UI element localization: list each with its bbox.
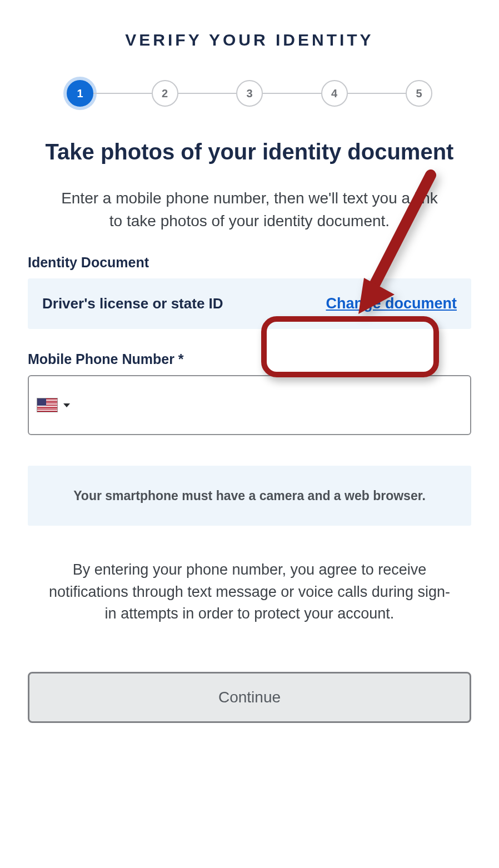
phone-input-container[interactable] [28, 375, 471, 435]
step-connector [263, 93, 321, 94]
progress-stepper: 1 2 3 4 5 [28, 80, 471, 107]
step-connector [348, 93, 406, 94]
continue-button[interactable]: Continue [28, 672, 471, 723]
step-1: 1 [67, 80, 93, 107]
change-document-link[interactable]: Change document [326, 295, 457, 312]
country-selector[interactable] [37, 398, 70, 412]
consent-text: By entering your phone number, you agree… [28, 559, 471, 624]
page-title: VERIFY YOUR IDENTITY [28, 31, 471, 49]
phone-number-label: Mobile Phone Number * [28, 351, 471, 367]
identity-document-label: Identity Document [28, 255, 471, 271]
selected-document-type: Driver's license or state ID [42, 295, 223, 312]
step-2: 2 [152, 80, 178, 107]
phone-number-input[interactable] [76, 376, 462, 434]
smartphone-requirements-notice: Your smartphone must have a camera and a… [28, 466, 471, 526]
step-4: 4 [321, 80, 348, 107]
us-flag-icon [37, 398, 58, 412]
identity-document-box: Driver's license or state ID Change docu… [28, 278, 471, 329]
chevron-down-icon [63, 403, 70, 407]
section-subheading: Enter a mobile phone number, then we'll … [28, 187, 471, 232]
step-3: 3 [236, 80, 263, 107]
step-connector [93, 93, 152, 94]
step-5: 5 [406, 80, 432, 107]
section-heading: Take photos of your identity document [28, 137, 471, 166]
step-connector [178, 93, 237, 94]
